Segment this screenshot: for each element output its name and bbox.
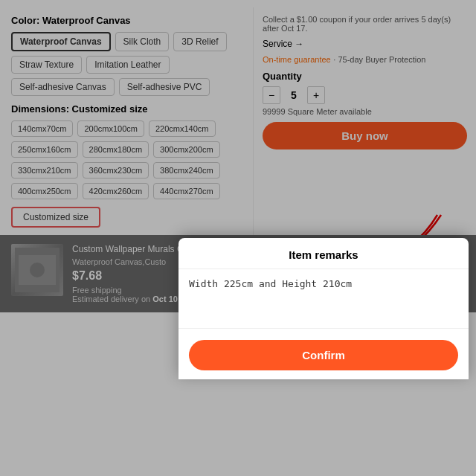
modal-overlay[interactable]: Item remarks Width 225cm and Height 210c… (0, 0, 476, 476)
remarks-textarea[interactable]: Width 225cm and Height 210cm (178, 269, 469, 329)
confirm-button[interactable]: Confirm (189, 340, 458, 370)
modal-title: Item remarks (178, 238, 469, 269)
item-remarks-modal: Item remarks Width 225cm and Height 210c… (178, 238, 469, 379)
